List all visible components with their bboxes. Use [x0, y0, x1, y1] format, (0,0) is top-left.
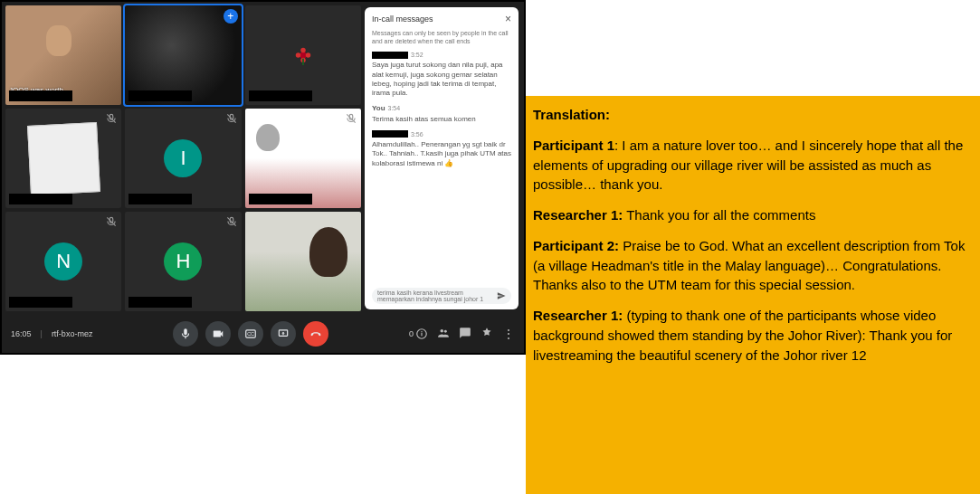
chat-input-text: terima kasih kerana livestream memaparka… — [377, 290, 497, 302]
svg-point-16 — [441, 329, 444, 333]
translation-panel: Translation: Participant 1: I am a natur… — [526, 96, 980, 494]
camera-button[interactable] — [205, 321, 231, 347]
chat-message: 3:56 Alhamdulillah.. Penerangan yg sgt b… — [372, 130, 511, 168]
message-sender: You — [372, 104, 385, 113]
page-root: JOOS was worth + — [0, 0, 980, 494]
info-badge: 0 — [409, 329, 414, 338]
activities-button[interactable] — [480, 327, 493, 341]
translation-entry: Researcher 1: (typing to thank one of th… — [533, 306, 973, 365]
svg-rect-15 — [421, 331, 422, 332]
svg-point-4 — [296, 52, 301, 58]
participant-tile[interactable]: H — [125, 212, 241, 311]
name-label-redacted — [128, 194, 192, 204]
translation-entry: Researcher 1: Thank you for all the comm… — [533, 205, 973, 225]
name-label-redacted — [9, 90, 72, 101]
name-label-redacted — [128, 90, 192, 101]
message-text: Alhamdulillah.. Penerangan yg sgt baik d… — [372, 140, 511, 168]
avatar-initial: I — [164, 139, 202, 177]
name-label-redacted — [249, 90, 312, 101]
sender-redacted — [372, 52, 408, 59]
svg-point-17 — [444, 330, 447, 333]
message-time: 3:52 — [411, 51, 423, 59]
bar-center: CC — [173, 321, 328, 347]
message-time: 3:56 — [411, 130, 423, 138]
mic-muted-icon — [105, 215, 118, 228]
video-thumbnail — [245, 212, 361, 311]
meet-window: JOOS was worth + — [0, 0, 526, 355]
message-text: Saya juga turut sokong dan nila puji, ap… — [372, 61, 511, 99]
svg-rect-14 — [421, 333, 422, 337]
participant-tile[interactable]: I — [125, 109, 241, 208]
chat-notice: Messages can only be seen by people in t… — [372, 29, 511, 45]
chat-message: You 3:54 Terima kasih atas semua komen — [372, 104, 511, 125]
message-time: 3:54 — [388, 104, 401, 112]
avatar-initial: N — [44, 242, 82, 280]
participant-tile[interactable] — [5, 109, 121, 208]
info-button[interactable]: 0 — [409, 328, 428, 340]
people-button[interactable] — [437, 327, 450, 341]
svg-point-2 — [306, 52, 311, 58]
participant-tile[interactable]: + — [125, 5, 241, 105]
more-button[interactable]: ⋮ — [502, 327, 515, 341]
chat-button[interactable] — [459, 327, 471, 341]
name-label-redacted — [9, 297, 72, 308]
avatar-initial: H — [164, 242, 202, 280]
send-icon[interactable] — [497, 291, 506, 301]
chat-input[interactable]: terima kasih kerana livestream memaparka… — [372, 288, 511, 304]
mic-muted-icon — [105, 112, 118, 125]
caption-button[interactable]: CC — [238, 321, 263, 347]
name-label-redacted — [128, 297, 192, 308]
clock-label: 16:05 — [11, 329, 32, 338]
name-label-redacted — [249, 194, 312, 204]
translation-entry: Participant 2: Praise be to God. What an… — [533, 236, 973, 295]
pin-icon[interactable]: + — [224, 9, 238, 24]
mic-muted-icon — [345, 112, 357, 125]
participant-tile[interactable] — [245, 109, 361, 208]
chat-message: 3:52 Saya juga turut sokong dan nila puj… — [372, 51, 511, 99]
mic-button[interactable] — [173, 321, 198, 347]
video-thumbnail — [27, 122, 100, 195]
chat-panel: In-call messages × Messages can only be … — [365, 7, 519, 309]
hangup-button[interactable] — [303, 321, 328, 347]
translation-entry: Participant 1: I am a nature lover too… … — [533, 136, 973, 195]
mic-muted-icon — [225, 112, 238, 125]
mic-muted-icon — [225, 215, 238, 228]
chat-title: In-call messages — [372, 14, 433, 24]
video-grid: JOOS was worth + — [5, 5, 361, 311]
sender-redacted — [372, 130, 408, 138]
participant-tile[interactable] — [245, 212, 361, 311]
bar-left: 16:05 | rtf-bxo-mez — [11, 329, 92, 338]
separator: | — [41, 329, 43, 338]
message-text: Terima kasih atas semua komen — [372, 115, 511, 124]
participant-tile[interactable]: JOOS was worth — [5, 5, 121, 105]
translation-heading: Translation: — [533, 105, 973, 125]
svg-point-1 — [300, 48, 306, 53]
participant-tile[interactable]: N — [5, 212, 121, 311]
control-bar: 16:05 | rtf-bxo-mez CC 0 ⋮ — [2, 315, 524, 353]
meet-content: JOOS was worth + — [2, 2, 524, 315]
participant-tile[interactable] — [245, 5, 361, 105]
bar-right: 0 ⋮ — [409, 327, 515, 341]
chat-header: In-call messages × — [372, 13, 511, 25]
flower-icon — [293, 45, 313, 65]
present-button[interactable] — [271, 321, 296, 347]
name-label-redacted — [9, 194, 72, 204]
meeting-code: rtf-bxo-mez — [52, 329, 93, 338]
svg-point-0 — [300, 52, 306, 58]
close-icon[interactable]: × — [505, 13, 511, 25]
svg-text:CC: CC — [247, 331, 254, 337]
